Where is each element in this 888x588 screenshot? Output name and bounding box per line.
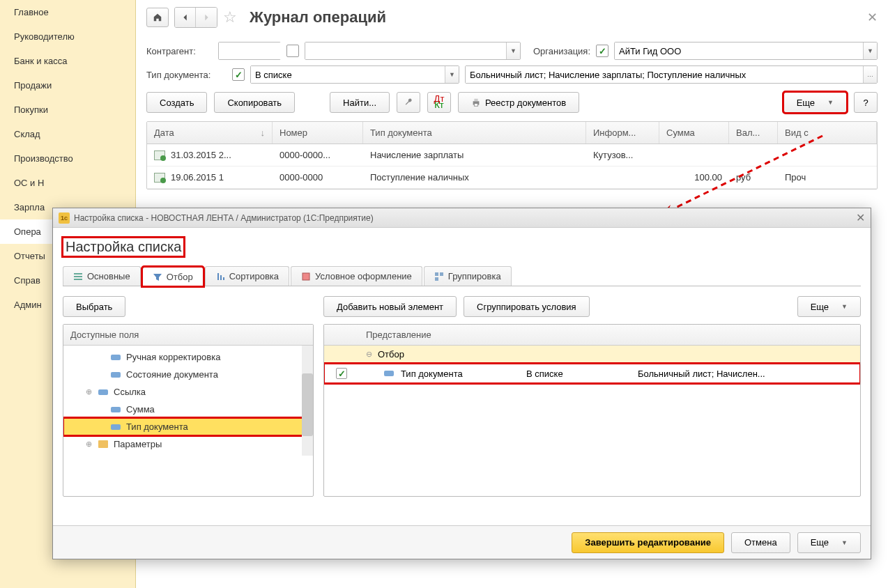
favorite-icon[interactable]: ☆: [223, 8, 237, 26]
filter-root[interactable]: ⊖ Отбор: [324, 346, 860, 364]
svg-rect-1: [474, 99, 477, 102]
expand-icon[interactable]: ⊕: [84, 440, 93, 449]
page-title: Журнал операций: [250, 8, 386, 26]
more-button[interactable]: Еще ▼: [783, 92, 847, 113]
sidebar-item[interactable]: Склад: [0, 122, 135, 146]
group-icon: [434, 272, 444, 281]
home-button[interactable]: [146, 8, 169, 27]
dialog-heading: Настройка списка: [63, 238, 184, 256]
dropdown-icon[interactable]: ▼: [506, 42, 520, 59]
svg-rect-11: [435, 277, 438, 281]
tree-item-selected[interactable]: Тип документа: [63, 418, 313, 435]
sidebar-item[interactable]: ОС и Н: [0, 171, 135, 195]
org-label: Организация:: [533, 46, 590, 56]
dialog-footer: Завершить редактирование Отмена Еще ▼: [53, 525, 871, 559]
palette-icon: [301, 272, 311, 281]
sidebar-item[interactable]: Руководителю: [0, 24, 135, 49]
org-checkbox[interactable]: ✓: [596, 45, 608, 57]
col-number[interactable]: Номер: [273, 122, 363, 144]
forward-button[interactable]: [196, 8, 217, 27]
find-button[interactable]: Найти...: [330, 92, 390, 113]
tree-item[interactable]: Сумма: [63, 401, 313, 418]
collapse-icon[interactable]: ⊖: [366, 350, 372, 359]
field-icon: [384, 371, 394, 376]
field-icon: [98, 389, 108, 395]
tree-item[interactable]: Состояние документа: [63, 366, 313, 383]
dialog-close-button[interactable]: ✕: [856, 211, 865, 224]
doctype-value-input[interactable]: [466, 66, 863, 83]
col-info[interactable]: Информ...: [586, 122, 659, 144]
sidebar-item[interactable]: Покупки: [0, 98, 135, 122]
more-button[interactable]: Еще ▼: [797, 296, 861, 317]
filter-row[interactable]: ✓ Тип документа В списке Больничный лист…: [324, 364, 860, 383]
footer-more-button[interactable]: Еще ▼: [797, 532, 861, 553]
list-settings-dialog: 1c Настройка списка - НОВОСТНАЯ ЛЕНТА / …: [52, 208, 871, 559]
filter-icon: [153, 272, 162, 282]
table-row[interactable]: 19.06.2015 1 0000-0000 Поступление налич…: [147, 167, 877, 189]
copy-button[interactable]: Скопировать: [214, 92, 295, 113]
svg-rect-7: [74, 279, 82, 280]
document-icon: [154, 150, 165, 160]
sidebar-item[interactable]: Производство: [0, 146, 135, 171]
col-date[interactable]: Дата↓: [147, 122, 273, 144]
filter-list: Представление ⊖ Отбор ✓ Тип документа В …: [323, 324, 861, 497]
help-button[interactable]: ?: [854, 92, 878, 113]
chevron-down-icon: ▼: [841, 539, 848, 546]
dtkt-button[interactable]: ДтКт: [427, 92, 451, 113]
doctype-label: Тип документа:: [146, 70, 227, 80]
scrollbar[interactable]: [302, 346, 313, 456]
available-fields-header: Доступные поля: [63, 325, 313, 346]
settings-button[interactable]: [397, 92, 420, 113]
cancel-button[interactable]: Отмена: [731, 532, 790, 553]
tree-item[interactable]: Ручная корректировка: [63, 348, 313, 366]
wrench-icon: [404, 98, 413, 107]
group-conditions-button[interactable]: Сгруппировать условия: [464, 296, 590, 317]
dtkt-icon: ДтКт: [434, 96, 445, 109]
col-kind[interactable]: Вид с: [778, 122, 877, 144]
arrow-left-icon: [181, 13, 190, 22]
sort-icon: [215, 272, 225, 281]
dialog-titlebar[interactable]: 1c Настройка списка - НОВОСТНАЯ ЛЕНТА / …: [53, 208, 871, 228]
tab-main[interactable]: Основные: [63, 266, 141, 286]
counterparty-value-input[interactable]: [305, 42, 506, 59]
dropdown-icon[interactable]: ▼: [445, 66, 459, 83]
create-button[interactable]: Создать: [146, 92, 207, 113]
counterparty-checkbox[interactable]: [286, 45, 299, 57]
col-sum[interactable]: Сумма: [659, 122, 729, 144]
dropdown-icon[interactable]: ▼: [863, 42, 877, 59]
counterparty-label: Контрагент:: [146, 46, 213, 56]
svg-rect-9: [435, 272, 438, 276]
tab-conditional[interactable]: Условное оформление: [291, 266, 422, 286]
field-icon: [111, 372, 121, 378]
field-icon: [111, 424, 121, 430]
choose-button[interactable]: Выбрать: [63, 296, 125, 317]
tab-sort[interactable]: Сортировка: [205, 266, 289, 286]
sidebar-item[interactable]: Продажи: [0, 73, 135, 98]
available-fields-list: Доступные поля Ручная корректировка Сост…: [63, 324, 314, 497]
filter-header-repr: Представление: [359, 325, 860, 345]
svg-rect-2: [474, 104, 477, 107]
back-button[interactable]: [175, 8, 196, 27]
sidebar-item[interactable]: Главное: [0, 0, 135, 24]
org-input[interactable]: [615, 42, 863, 59]
add-element-button[interactable]: Добавить новый элемент: [323, 296, 457, 317]
tab-filter[interactable]: Отбор: [142, 267, 204, 286]
col-type[interactable]: Тип документа: [363, 122, 586, 144]
svg-rect-10: [440, 272, 443, 276]
svg-rect-5: [74, 273, 82, 274]
finish-editing-button[interactable]: Завершить редактирование: [572, 532, 724, 553]
tree-item[interactable]: ⊕Ссылка: [63, 383, 313, 401]
doctype-condition-input[interactable]: [251, 66, 445, 83]
dialog-tabs: Основные Отбор Сортировка Условное оформ…: [63, 266, 861, 286]
more-icon[interactable]: …: [863, 66, 877, 83]
sidebar-item[interactable]: Банк и касса: [0, 49, 135, 73]
filter-checkbox[interactable]: ✓: [336, 368, 347, 379]
col-currency[interactable]: Вал...: [729, 122, 778, 144]
close-tab-button[interactable]: ✕: [867, 10, 878, 25]
tree-item[interactable]: ⊕Параметры: [63, 435, 313, 453]
tab-group[interactable]: Группировка: [424, 266, 512, 286]
registry-button[interactable]: Реестр документов: [458, 92, 579, 113]
expand-icon[interactable]: ⊕: [84, 387, 93, 396]
table-row[interactable]: 31.03.2015 2... 0000-0000... Начисление …: [147, 144, 877, 167]
doctype-checkbox[interactable]: ✓: [232, 68, 245, 81]
